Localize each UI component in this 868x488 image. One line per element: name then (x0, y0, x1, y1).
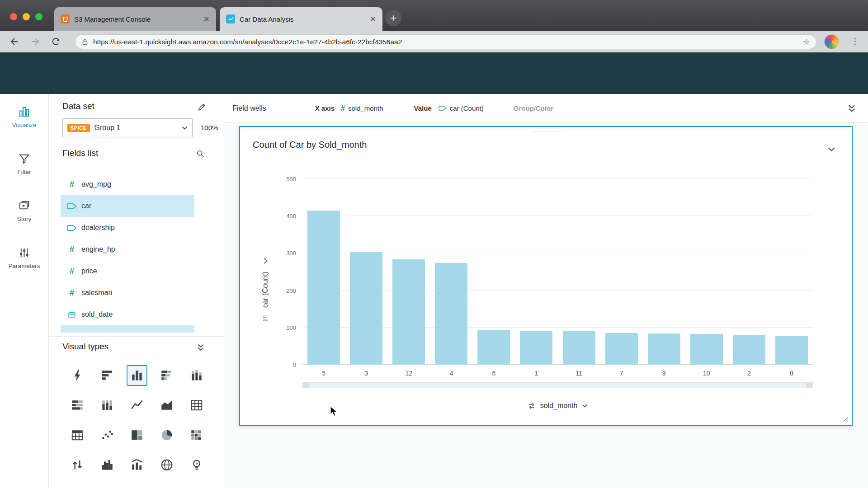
back-button[interactable] (8, 35, 21, 48)
search-icon[interactable] (196, 149, 205, 158)
field-label: engine_hp (81, 245, 115, 253)
visual-card[interactable]: Count of Car by Sold_month car (Count) 0… (239, 126, 853, 426)
field-item-price[interactable]: #price (61, 260, 194, 282)
field-item-sold_date[interactable]: sold_date (61, 304, 194, 325)
parameters-icon (18, 247, 30, 259)
zoom-window-button[interactable] (35, 13, 42, 20)
visual-type-area[interactable] (156, 395, 177, 416)
visual-type-table[interactable] (186, 395, 207, 416)
minimize-window-button[interactable] (23, 13, 30, 20)
browser-tab-s3[interactable]: S3 Management Console ✕ (54, 7, 216, 31)
forward-button[interactable] (29, 35, 42, 48)
rail-item-filter[interactable]: Filter (18, 153, 31, 200)
url-text: https://us-east-1.quicksight.aws.amazon.… (93, 38, 803, 46)
bar-8[interactable] (775, 336, 808, 365)
bar-4[interactable] (435, 263, 467, 365)
bar-9[interactable] (648, 333, 680, 365)
visual-type-pivot-table[interactable] (67, 425, 88, 446)
rail-item-parameters[interactable]: Parameters (9, 247, 40, 294)
field-item-avg_mpg[interactable]: #avg_mpg (61, 174, 194, 195)
vertical-bar-icon (130, 369, 144, 382)
numeric-field-icon: # (341, 104, 345, 113)
double-chevron-down-icon[interactable] (197, 343, 205, 352)
y-tick-label: 300 (286, 250, 296, 257)
field-item-engine_hp[interactable]: #engine_hp (61, 239, 194, 260)
visual-type-combo[interactable] (127, 455, 147, 475)
visual-type-horizontal-stacked-100-bar[interactable] (67, 395, 88, 416)
visual-types-grid (67, 365, 207, 475)
pivot-table-icon (71, 428, 84, 442)
address-bar[interactable]: https://us-east-1.quicksight.aws.amazon.… (75, 34, 816, 49)
browser-profile-avatar[interactable] (825, 35, 839, 49)
bar-7[interactable] (605, 333, 638, 365)
dimension-field-icon (67, 202, 77, 211)
rail-item-story[interactable]: Story (17, 200, 32, 247)
close-window-button[interactable] (10, 13, 17, 20)
story-icon (18, 200, 30, 212)
edit-pencil-icon[interactable] (197, 102, 207, 112)
visual-type-vertical-stacked-bar[interactable] (186, 365, 207, 386)
field-well-x-axis[interactable]: X axis # sold_month (315, 104, 383, 113)
browser-tab-quicksight[interactable]: Car Data Analysis ✕ (220, 7, 382, 31)
visual-type-horizontal-stacked-bar[interactable] (156, 365, 177, 386)
x-axis-zoom-scrollbar[interactable] (302, 382, 813, 388)
bar-3[interactable] (350, 252, 382, 365)
new-tab-button[interactable]: + (385, 10, 401, 26)
visual-type-vertical-bar[interactable] (127, 365, 147, 386)
bar-12[interactable] (392, 259, 425, 365)
x-tick-label: 9 (643, 370, 685, 377)
field-item-dealership[interactable]: dealership (61, 217, 194, 239)
reload-button[interactable] (50, 35, 62, 48)
field-well-group-color[interactable]: Group/Color (514, 104, 553, 112)
close-tab-icon[interactable]: ✕ (370, 15, 376, 23)
browser-menu-icon[interactable]: ⋮ (851, 36, 859, 47)
visual-type-auto-graph[interactable] (67, 365, 88, 386)
visual-type-vertical-stacked-100-bar[interactable] (97, 395, 118, 416)
close-tab-icon[interactable]: ✕ (203, 15, 210, 23)
field-item-sold_month[interactable]: #sold_month (61, 325, 194, 333)
horizontal-bar-icon (100, 369, 114, 382)
horizontal-stacked-bar-icon (160, 369, 174, 382)
x-tick-label: 1 (515, 370, 557, 377)
field-label: salesman (81, 289, 112, 297)
visual-type-geospatial[interactable] (156, 455, 177, 475)
bar-1[interactable] (520, 331, 552, 365)
x-tick-label: 6 (472, 370, 515, 377)
rail-item-visualize[interactable]: Visualize (12, 106, 37, 153)
bar-10[interactable] (690, 334, 723, 365)
filter-icon (18, 153, 30, 165)
visual-menu-chevron-icon[interactable] (827, 147, 835, 152)
field-label: avg_mpg (81, 180, 111, 188)
data-panel: Data set SPICE Group 1 100% Fields list … (49, 94, 224, 488)
bar-6[interactable] (477, 330, 510, 365)
visual-type-treemap[interactable] (127, 425, 147, 446)
auto-graph-icon (71, 369, 84, 382)
visual-type-waterfall[interactable] (67, 455, 88, 475)
drag-handle[interactable] (532, 131, 561, 135)
dataset-dropdown[interactable]: SPICE Group 1 (62, 118, 193, 137)
dataset-name: Group 1 (94, 124, 182, 132)
visual-type-line[interactable] (127, 395, 147, 416)
resize-handle-icon[interactable] (842, 415, 848, 422)
bookmark-star-icon[interactable]: ☆ (803, 37, 810, 47)
double-chevron-down-icon[interactable] (847, 104, 856, 113)
field-well-value[interactable]: Value car (Count) (414, 104, 484, 112)
dimension-field-icon (438, 105, 447, 112)
field-item-salesman[interactable]: #salesman (61, 282, 194, 304)
field-item-car[interactable]: car (61, 195, 194, 217)
visual-type-scatter[interactable] (97, 425, 118, 446)
visual-type-horizontal-bar[interactable] (97, 365, 118, 386)
visual-type-histogram[interactable] (97, 455, 118, 475)
browser-tab-strip: S3 Management Console ✕ Car Data Analysi… (0, 0, 868, 31)
s3-favicon-icon (61, 14, 70, 23)
x-axis-control[interactable]: sold_month (302, 399, 813, 413)
visual-type-pie[interactable] (156, 425, 177, 446)
bar-5[interactable] (307, 211, 340, 365)
field-label: sold_date (81, 310, 113, 319)
combo-icon (130, 458, 144, 472)
bar-2[interactable] (733, 335, 765, 365)
visual-type-heatmap[interactable] (186, 425, 207, 446)
waterfall-icon (71, 458, 84, 472)
bar-11[interactable] (563, 331, 595, 365)
visual-type-insights[interactable] (186, 455, 207, 475)
